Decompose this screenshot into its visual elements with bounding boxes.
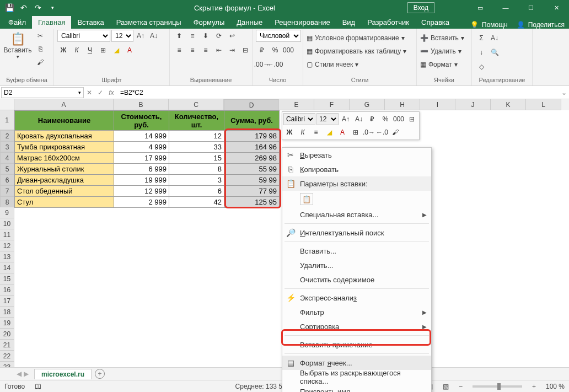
cell[interactable]: 269 98	[224, 153, 280, 164]
cell[interactable]: 6 999	[114, 164, 169, 175]
cell[interactable]: Журнальный столик	[15, 164, 114, 175]
row-header-11[interactable]: 11	[0, 229, 14, 240]
row-header-14[interactable]: 14	[0, 262, 14, 273]
decrease-decimal-icon[interactable]: ←.00	[269, 58, 281, 71]
percent-icon[interactable]: %	[269, 44, 281, 56]
find-icon[interactable]: 🔍	[489, 46, 501, 58]
accessibility-icon[interactable]: 🕮	[35, 383, 41, 390]
autosum-icon[interactable]: Σ	[475, 32, 487, 44]
row-header-3[interactable]: 3	[0, 141, 14, 152]
mini-inc-decimal-icon[interactable]: .0→	[363, 126, 375, 138]
maximize-icon[interactable]: ☐	[518, 0, 544, 15]
mini-format-painter-icon[interactable]: 🖌	[389, 126, 401, 138]
share-icon[interactable]: 👤	[517, 21, 525, 29]
number-format-select[interactable]: Числовой	[256, 30, 301, 42]
col-header-J[interactable]: J	[455, 99, 491, 110]
row-header-15[interactable]: 15	[0, 273, 14, 284]
align-middle-icon[interactable]: ≡	[186, 30, 198, 42]
next-sheet-icon[interactable]: ▶	[24, 370, 29, 378]
minimize-icon[interactable]: —	[493, 0, 518, 15]
table-header[interactable]: Стоимость, руб.	[114, 111, 169, 131]
format-cells-button[interactable]: ▦Формат ▾	[420, 58, 458, 71]
tab-formulas[interactable]: Формулы	[187, 16, 231, 29]
decrease-indent-icon[interactable]: ⇤	[213, 44, 225, 56]
wrap-text-icon[interactable]: ↩	[226, 30, 238, 42]
row-header-17[interactable]: 17	[0, 296, 14, 307]
cell[interactable]: 4 999	[114, 142, 169, 153]
tab-view[interactable]: Вид	[336, 16, 362, 29]
cell[interactable]: 8	[169, 164, 224, 175]
cell[interactable]: Диван-раскладушка	[15, 175, 114, 186]
cell[interactable]: 12 999	[114, 186, 169, 197]
qat-dropdown-icon[interactable]: ▾	[46, 2, 58, 14]
cancel-formula-icon[interactable]: ✕	[84, 89, 95, 96]
insert-cells-button[interactable]: ➕Вставить ▾	[420, 32, 464, 44]
cell[interactable]: 164 96	[224, 142, 280, 153]
mini-fill-icon[interactable]: ◢	[323, 126, 335, 138]
cell[interactable]: 33	[169, 142, 224, 153]
tell-me-label[interactable]: Помощн	[482, 21, 508, 29]
col-header-I[interactable]: I	[420, 99, 455, 110]
mini-bold-button[interactable]: Ж	[283, 126, 296, 138]
ctx-paste-special[interactable]: Специальная вставка...▶	[282, 207, 431, 222]
ctx-copy[interactable]: ⎘Копировать	[282, 162, 431, 176]
mini-italic-button[interactable]: К	[297, 126, 309, 138]
tell-me-icon[interactable]: 💡	[470, 21, 479, 29]
row-header-6[interactable]: 6	[0, 174, 14, 185]
paste-button[interactable]: 📋 Вставить ▾	[3, 30, 32, 60]
align-top-icon[interactable]: ⬆	[173, 30, 185, 42]
col-header-F[interactable]: F	[314, 99, 350, 110]
ctx-cut[interactable]: ✂Вырезать	[282, 148, 431, 162]
cell[interactable]: 55 99	[224, 164, 280, 175]
col-header-E[interactable]: E	[279, 99, 314, 110]
view-pagebreak-icon[interactable]: ▧	[443, 383, 449, 390]
mini-align-icon[interactable]: ≡	[310, 126, 322, 138]
tab-file[interactable]: Файл	[2, 16, 32, 29]
fill-icon[interactable]: ↓	[475, 46, 487, 58]
paste-default-icon[interactable]: 📋	[300, 193, 313, 205]
share-label[interactable]: Поделиться	[528, 21, 565, 29]
ctx-pick-from-list[interactable]: Выбрать из раскрывающегося списка...	[282, 370, 431, 384]
undo-icon[interactable]: ↶	[18, 2, 30, 14]
zoom-level[interactable]: 100 %	[546, 383, 565, 390]
merge-icon[interactable]: ⊟	[239, 44, 251, 56]
cell[interactable]: 14 999	[114, 131, 169, 142]
align-right-icon[interactable]: ≡	[200, 44, 212, 56]
borders-icon[interactable]: ⊞	[97, 44, 109, 56]
col-header-A[interactable]: A	[14, 99, 114, 110]
formula-bar[interactable]: =B2*C2	[117, 89, 559, 96]
mini-size-select[interactable]: 12	[316, 113, 339, 125]
tab-insert[interactable]: Вставка	[71, 16, 110, 29]
enter-formula-icon[interactable]: ✓	[95, 89, 106, 96]
mini-merge-icon[interactable]: ⊟	[406, 113, 418, 125]
tab-review[interactable]: Рецензирование	[269, 16, 336, 29]
font-family-select[interactable]: Calibri	[57, 30, 110, 42]
cell[interactable]: 17 999	[114, 153, 169, 164]
ctx-filter[interactable]: Фильтр▶	[282, 305, 431, 319]
tab-help[interactable]: Справка	[415, 16, 455, 29]
ctx-smart-lookup[interactable]: 🔎Интеллектуальный поиск	[282, 225, 431, 240]
cell[interactable]: 19 999	[114, 175, 169, 186]
add-sheet-icon[interactable]: +	[95, 369, 105, 379]
ctx-define-name[interactable]: Присвоить имя...	[282, 384, 431, 392]
align-bottom-icon[interactable]: ⬇	[200, 30, 212, 42]
row-header-4[interactable]: 4	[0, 152, 14, 163]
zoom-in-icon[interactable]: +	[532, 383, 536, 390]
sort-filter-icon[interactable]: A↓	[489, 32, 501, 44]
row-header-12[interactable]: 12	[0, 240, 14, 251]
decrease-font-icon[interactable]: A↓	[148, 30, 160, 42]
row-header-7[interactable]: 7	[0, 185, 14, 196]
cell[interactable]: 2 999	[114, 197, 169, 208]
orientation-icon[interactable]: ⟳	[213, 30, 225, 42]
cell[interactable]: 42	[169, 197, 224, 208]
tab-developer[interactable]: Разработчик	[361, 16, 415, 29]
sheet-tab-active[interactable]: microexcel.ru	[34, 369, 92, 379]
cell[interactable]: Матрас 160х200см	[15, 153, 114, 164]
tab-home[interactable]: Главная	[32, 16, 71, 29]
mini-font-select[interactable]: Calibri	[283, 113, 315, 125]
delete-cells-button[interactable]: ➖Удалить ▾	[420, 45, 461, 57]
fill-color-icon[interactable]: ◢	[110, 44, 122, 56]
col-header-D[interactable]: D	[224, 99, 279, 111]
col-header-L[interactable]: L	[526, 99, 561, 110]
mini-comma-icon[interactable]: 000	[393, 113, 405, 125]
